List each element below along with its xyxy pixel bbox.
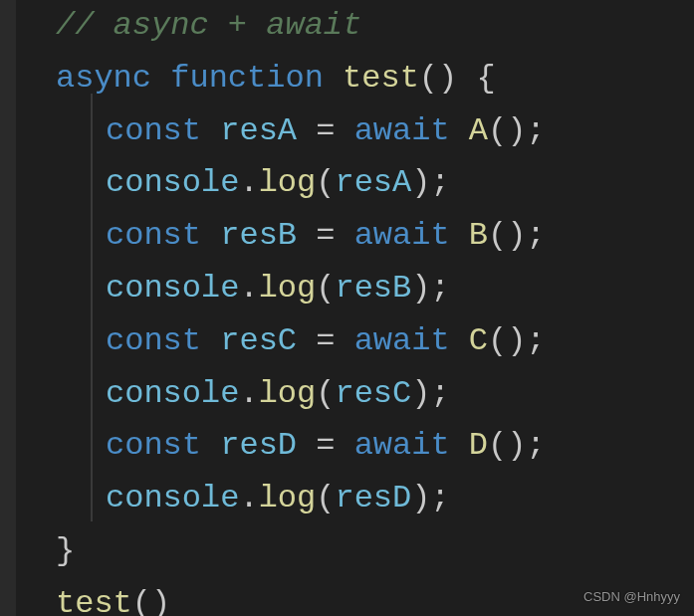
brace-close: } — [56, 532, 75, 569]
fn-B: B — [469, 217, 488, 254]
arg-resC: resC — [335, 375, 411, 412]
fn-call-test: test — [56, 585, 132, 616]
code-editor[interactable]: // async + await async function test() {… — [16, 0, 694, 616]
vertical-scrollbar[interactable] — [0, 0, 16, 616]
code-line: const resA = await A(); — [56, 105, 694, 158]
code-line: async function test() { — [56, 53, 694, 105]
arg-resA: resA — [335, 164, 411, 201]
watermark: CSDN @Hnhyyy — [583, 589, 680, 604]
equals: = — [297, 112, 354, 149]
console: console — [106, 164, 239, 201]
parens: () — [419, 60, 457, 97]
keyword-const: const — [106, 112, 201, 149]
fn-D: D — [469, 427, 488, 464]
keyword-await: await — [354, 112, 450, 149]
code-line: const resD = await D(); — [56, 420, 694, 473]
log: log — [259, 164, 317, 201]
code-line: } — [56, 525, 694, 578]
fn-C: C — [469, 322, 488, 359]
function-name: test — [343, 60, 419, 97]
code-line: // async + await — [56, 0, 694, 53]
code-line: const resB = await B(); — [56, 210, 694, 263]
call-parens: () — [132, 585, 170, 616]
keyword-function: function — [170, 60, 324, 97]
code-line: console.log(resC); — [56, 368, 694, 421]
var-resB: resB — [220, 217, 297, 254]
comment: // async + await — [56, 7, 361, 44]
code-line: console.log(resB); — [56, 263, 694, 315]
arg-resB: resB — [335, 270, 411, 307]
arg-resD: resD — [335, 480, 411, 516]
var-resC: resC — [220, 322, 297, 359]
var-resD: resD — [220, 427, 297, 464]
fn-A: A — [469, 112, 488, 149]
code-line: console.log(resD); — [56, 473, 694, 525]
code-line: const resC = await C(); — [56, 315, 694, 368]
indent-guide — [91, 94, 93, 521]
var-resA: resA — [220, 112, 297, 149]
keyword-async: async — [56, 60, 151, 97]
brace-open: { — [457, 60, 495, 97]
code-line: console.log(resA); — [56, 157, 694, 210]
